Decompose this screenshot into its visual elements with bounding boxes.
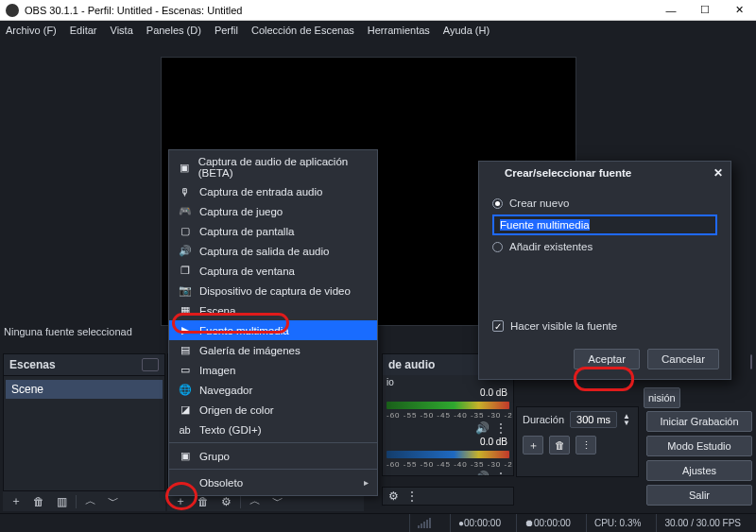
group-icon: ▣ — [178, 449, 192, 463]
blank-icon — [178, 475, 192, 489]
ctx-item-text[interactable]: abTexto (GDI+) — [169, 420, 377, 439]
status-record-time: 00:00:00 — [534, 518, 571, 528]
radio-icon — [492, 242, 503, 252]
ctx-item-color[interactable]: ◪Origen de color — [169, 400, 377, 420]
transition-add-button[interactable]: ＋ — [523, 436, 543, 455]
scene-icon: ▦ — [178, 303, 192, 317]
ctx-item-media[interactable]: ▶Fuente multimedia — [169, 320, 377, 340]
duration-label: Duración — [523, 414, 564, 425]
ctx-item-camera[interactable]: 📷Dispositivo de captura de video — [169, 281, 377, 300]
radio-add-existing[interactable]: Añadir existentes — [492, 241, 717, 252]
ctx-item-scene[interactable]: ▦Escena — [169, 300, 377, 320]
camera-icon: 📷 — [178, 283, 192, 298]
menu-edit[interactable]: Editar — [70, 25, 97, 36]
controls-popout-icon[interactable] — [750, 354, 752, 369]
network-icon — [418, 518, 431, 528]
no-source-label: Ninguna fuente seleccionad — [4, 326, 132, 337]
controls-panel: Iniciar Grabación Modo Estudio Ajustes S… — [646, 411, 752, 506]
gamepad-icon: 🎮 — [178, 204, 192, 218]
dialog-cancel-button[interactable]: Cancelar — [647, 349, 719, 369]
ctx-item-obsolete[interactable]: Obsoleto▸ — [169, 472, 377, 492]
start-recording-button[interactable]: Iniciar Grabación — [646, 411, 752, 432]
ctx-item-mic[interactable]: 🎙Captura de entrada audio — [169, 181, 377, 201]
create-source-dialog: Crear/seleccionar fuente ✕ Crear nuevo A… — [478, 161, 731, 380]
more-icon[interactable]: ⋮ — [494, 421, 507, 435]
app-audio-icon: ▣ — [178, 161, 191, 175]
mixer-more-icon[interactable]: ⋮ — [405, 489, 419, 503]
ctx-item-image[interactable]: ▭Imagen — [169, 360, 377, 380]
meter-2 — [387, 451, 509, 458]
volume-icon[interactable]: 🔊 — [475, 471, 489, 476]
mic-icon: 🎙 — [178, 184, 192, 198]
scene-item[interactable]: Scene — [6, 380, 163, 399]
menu-tools[interactable]: Herramientas — [368, 25, 430, 36]
mixer-level-1: 0.0 dB — [383, 387, 513, 398]
window-icon: ❐ — [178, 264, 192, 278]
obs-logo-icon — [487, 167, 499, 180]
gallery-icon: ▤ — [178, 343, 192, 357]
scene-add-button[interactable]: ＋ — [6, 493, 26, 510]
dialog-title: Crear/seleccionar fuente — [505, 167, 631, 179]
status-cpu: CPU: 0.3% — [586, 514, 648, 533]
radio-icon — [492, 198, 503, 209]
transition-remove-button[interactable]: 🗑 — [549, 436, 570, 455]
window-buttons: — ☐ ✕ — [654, 0, 756, 21]
scene-up-button[interactable]: ︿ — [80, 493, 101, 510]
scene-remove-button[interactable]: 🗑 — [28, 493, 49, 510]
studio-mode-button[interactable]: Modo Estudio — [646, 436, 752, 456]
menu-help[interactable]: Ayuda (H) — [443, 25, 490, 36]
status-fps: 30.00 / 30.00 FPS — [656, 514, 748, 533]
menu-view[interactable]: Vista — [111, 25, 133, 36]
settings-button[interactable]: Ajustes — [646, 460, 752, 481]
scenes-panel: Escenas Scene — [3, 353, 165, 505]
menu-panels[interactable]: Paneles (D) — [146, 25, 201, 36]
menu-scene-collection[interactable]: Colección de Escenas — [251, 25, 354, 36]
scenes-toolbar: ＋ 🗑 ▥ ︿ ﹀ — [3, 490, 165, 511]
submenu-arrow-icon: ▸ — [364, 477, 369, 488]
source-name-input[interactable] — [492, 215, 717, 235]
menu-profile[interactable]: Perfil — [215, 25, 238, 36]
existing-sources-list — [492, 258, 717, 315]
more-icon[interactable]: ⋮ — [494, 471, 507, 476]
radio-create-new[interactable]: Crear nuevo — [492, 197, 717, 209]
media-icon: ▶ — [178, 323, 192, 337]
scene-down-button[interactable]: ﹀ — [103, 493, 124, 510]
ctx-item-speaker[interactable]: 🔊Captura de salida de audio — [169, 241, 377, 261]
volume-icon[interactable]: 🔊 — [475, 421, 489, 435]
speaker-icon: 🔊 — [178, 244, 192, 258]
globe-icon: 🌐 — [178, 383, 192, 397]
scenes-popout-icon[interactable] — [142, 358, 159, 371]
dialog-ok-button[interactable]: Aceptar — [574, 349, 640, 369]
dialog-close-button[interactable]: ✕ — [713, 166, 723, 180]
ctx-item-group[interactable]: ▣Grupo — [169, 446, 377, 466]
close-button[interactable]: ✕ — [722, 0, 756, 21]
mixer-settings-icon[interactable]: ⚙ — [387, 489, 400, 503]
menu-bar: Archivo (F) Editar Vista Paneles (D) Per… — [0, 21, 756, 40]
exit-button[interactable]: Salir — [646, 485, 752, 506]
scenes-panel-title: Escenas — [4, 354, 164, 376]
meter-1 — [387, 402, 509, 409]
scene-filter-button[interactable]: ▥ — [51, 493, 72, 510]
color-icon: ◪ — [178, 403, 192, 417]
text-icon: ab — [178, 422, 192, 437]
ctx-item-window[interactable]: ❐Captura de ventana — [169, 261, 377, 281]
menu-file[interactable]: Archivo (F) — [6, 25, 57, 36]
ctx-item-gallery[interactable]: ▤Galería de imágenes — [169, 340, 377, 360]
status-bar: ● 00:00:00 ⏺ 00:00:00 CPU: 0.3% 30.00 / … — [0, 513, 756, 532]
mixer-level-2: 0.0 dB — [383, 437, 513, 447]
transition-more-button[interactable]: ⋮ — [576, 436, 596, 455]
ctx-item-app-audio[interactable]: ▣Captura de audio de aplicación (BETA) — [169, 153, 377, 181]
ctx-item-gamepad[interactable]: 🎮Captura de juego — [169, 201, 377, 221]
maximize-button[interactable]: ☐ — [688, 0, 722, 21]
transition-cut-button[interactable]: nisión — [644, 387, 680, 408]
duration-field[interactable]: 300 ms — [570, 411, 617, 428]
transitions-panel: Duración 300 ms ▲▼ ＋ 🗑 ⋮ — [516, 406, 639, 477]
source-context-menu: ▣Captura de audio de aplicación (BETA)🎙C… — [168, 149, 378, 496]
minimize-button[interactable]: — — [654, 0, 688, 21]
display-icon: ▢ — [178, 224, 192, 238]
status-stream-time: 00:00:00 — [464, 518, 501, 528]
ctx-item-globe[interactable]: 🌐Navegador — [169, 380, 377, 400]
ctx-item-display[interactable]: ▢Captura de pantalla — [169, 221, 377, 241]
window-titlebar: OBS 30.1.1 - Perfil: Untitled - Escenas:… — [0, 0, 756, 21]
check-make-visible[interactable]: Hacer visible la fuente — [492, 320, 717, 332]
